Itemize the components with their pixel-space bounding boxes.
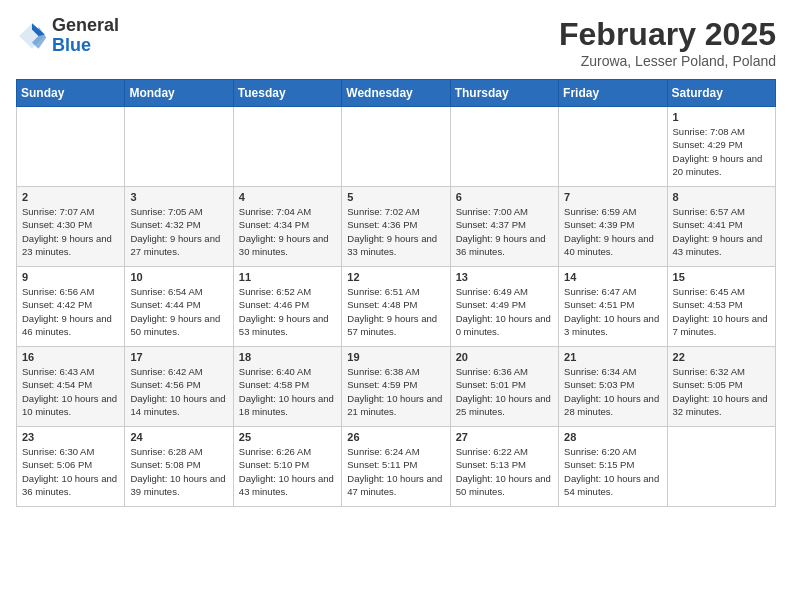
day-number: 25 (239, 431, 336, 443)
calendar-cell: 12Sunrise: 6:51 AM Sunset: 4:48 PM Dayli… (342, 267, 450, 347)
day-info: Sunrise: 6:51 AM Sunset: 4:48 PM Dayligh… (347, 285, 444, 338)
weekday-header: Friday (559, 80, 667, 107)
day-number: 20 (456, 351, 553, 363)
calendar-cell: 13Sunrise: 6:49 AM Sunset: 4:49 PM Dayli… (450, 267, 558, 347)
calendar-cell: 16Sunrise: 6:43 AM Sunset: 4:54 PM Dayli… (17, 347, 125, 427)
calendar-cell: 20Sunrise: 6:36 AM Sunset: 5:01 PM Dayli… (450, 347, 558, 427)
day-info: Sunrise: 6:22 AM Sunset: 5:13 PM Dayligh… (456, 445, 553, 498)
day-info: Sunrise: 6:40 AM Sunset: 4:58 PM Dayligh… (239, 365, 336, 418)
day-number: 8 (673, 191, 770, 203)
calendar-cell: 25Sunrise: 6:26 AM Sunset: 5:10 PM Dayli… (233, 427, 341, 507)
day-number: 3 (130, 191, 227, 203)
calendar-cell: 24Sunrise: 6:28 AM Sunset: 5:08 PM Dayli… (125, 427, 233, 507)
weekday-header: Saturday (667, 80, 775, 107)
day-number: 11 (239, 271, 336, 283)
calendar-cell (450, 107, 558, 187)
day-number: 9 (22, 271, 119, 283)
day-number: 6 (456, 191, 553, 203)
calendar-week-row: 2Sunrise: 7:07 AM Sunset: 4:30 PM Daylig… (17, 187, 776, 267)
title-block: February 2025 Zurowa, Lesser Poland, Pol… (559, 16, 776, 69)
day-number: 2 (22, 191, 119, 203)
month-year: February 2025 (559, 16, 776, 53)
day-info: Sunrise: 6:59 AM Sunset: 4:39 PM Dayligh… (564, 205, 661, 258)
calendar-cell: 7Sunrise: 6:59 AM Sunset: 4:39 PM Daylig… (559, 187, 667, 267)
day-info: Sunrise: 6:54 AM Sunset: 4:44 PM Dayligh… (130, 285, 227, 338)
day-number: 16 (22, 351, 119, 363)
day-info: Sunrise: 6:26 AM Sunset: 5:10 PM Dayligh… (239, 445, 336, 498)
calendar-cell: 21Sunrise: 6:34 AM Sunset: 5:03 PM Dayli… (559, 347, 667, 427)
calendar-cell: 5Sunrise: 7:02 AM Sunset: 4:36 PM Daylig… (342, 187, 450, 267)
day-info: Sunrise: 7:08 AM Sunset: 4:29 PM Dayligh… (673, 125, 770, 178)
day-number: 28 (564, 431, 661, 443)
day-info: Sunrise: 6:42 AM Sunset: 4:56 PM Dayligh… (130, 365, 227, 418)
calendar-cell: 17Sunrise: 6:42 AM Sunset: 4:56 PM Dayli… (125, 347, 233, 427)
calendar-cell: 14Sunrise: 6:47 AM Sunset: 4:51 PM Dayli… (559, 267, 667, 347)
calendar-week-row: 9Sunrise: 6:56 AM Sunset: 4:42 PM Daylig… (17, 267, 776, 347)
weekday-header: Monday (125, 80, 233, 107)
day-number: 24 (130, 431, 227, 443)
day-number: 23 (22, 431, 119, 443)
calendar-cell (559, 107, 667, 187)
day-number: 27 (456, 431, 553, 443)
day-number: 12 (347, 271, 444, 283)
day-info: Sunrise: 6:45 AM Sunset: 4:53 PM Dayligh… (673, 285, 770, 338)
day-number: 19 (347, 351, 444, 363)
calendar-cell: 9Sunrise: 6:56 AM Sunset: 4:42 PM Daylig… (17, 267, 125, 347)
day-info: Sunrise: 6:47 AM Sunset: 4:51 PM Dayligh… (564, 285, 661, 338)
day-info: Sunrise: 6:56 AM Sunset: 4:42 PM Dayligh… (22, 285, 119, 338)
calendar-table: SundayMondayTuesdayWednesdayThursdayFrid… (16, 79, 776, 507)
calendar-cell: 15Sunrise: 6:45 AM Sunset: 4:53 PM Dayli… (667, 267, 775, 347)
day-info: Sunrise: 7:00 AM Sunset: 4:37 PM Dayligh… (456, 205, 553, 258)
calendar-cell: 19Sunrise: 6:38 AM Sunset: 4:59 PM Dayli… (342, 347, 450, 427)
calendar-cell (667, 427, 775, 507)
day-info: Sunrise: 6:38 AM Sunset: 4:59 PM Dayligh… (347, 365, 444, 418)
day-number: 21 (564, 351, 661, 363)
calendar-cell: 22Sunrise: 6:32 AM Sunset: 5:05 PM Dayli… (667, 347, 775, 427)
calendar-cell: 4Sunrise: 7:04 AM Sunset: 4:34 PM Daylig… (233, 187, 341, 267)
day-number: 15 (673, 271, 770, 283)
logo: General Blue (16, 16, 119, 56)
day-number: 22 (673, 351, 770, 363)
day-number: 13 (456, 271, 553, 283)
calendar-cell: 23Sunrise: 6:30 AM Sunset: 5:06 PM Dayli… (17, 427, 125, 507)
calendar-cell: 11Sunrise: 6:52 AM Sunset: 4:46 PM Dayli… (233, 267, 341, 347)
calendar-header-row: SundayMondayTuesdayWednesdayThursdayFrid… (17, 80, 776, 107)
calendar-cell (233, 107, 341, 187)
weekday-header: Thursday (450, 80, 558, 107)
calendar-cell: 28Sunrise: 6:20 AM Sunset: 5:15 PM Dayli… (559, 427, 667, 507)
calendar-week-row: 1Sunrise: 7:08 AM Sunset: 4:29 PM Daylig… (17, 107, 776, 187)
day-info: Sunrise: 6:43 AM Sunset: 4:54 PM Dayligh… (22, 365, 119, 418)
calendar-cell (125, 107, 233, 187)
day-info: Sunrise: 6:52 AM Sunset: 4:46 PM Dayligh… (239, 285, 336, 338)
day-info: Sunrise: 6:49 AM Sunset: 4:49 PM Dayligh… (456, 285, 553, 338)
day-number: 18 (239, 351, 336, 363)
calendar-cell: 2Sunrise: 7:07 AM Sunset: 4:30 PM Daylig… (17, 187, 125, 267)
calendar-cell: 6Sunrise: 7:00 AM Sunset: 4:37 PM Daylig… (450, 187, 558, 267)
weekday-header: Wednesday (342, 80, 450, 107)
calendar-cell: 10Sunrise: 6:54 AM Sunset: 4:44 PM Dayli… (125, 267, 233, 347)
calendar-cell: 27Sunrise: 6:22 AM Sunset: 5:13 PM Dayli… (450, 427, 558, 507)
day-info: Sunrise: 6:57 AM Sunset: 4:41 PM Dayligh… (673, 205, 770, 258)
day-info: Sunrise: 7:04 AM Sunset: 4:34 PM Dayligh… (239, 205, 336, 258)
location: Zurowa, Lesser Poland, Poland (559, 53, 776, 69)
day-info: Sunrise: 6:34 AM Sunset: 5:03 PM Dayligh… (564, 365, 661, 418)
day-info: Sunrise: 6:30 AM Sunset: 5:06 PM Dayligh… (22, 445, 119, 498)
calendar-cell: 8Sunrise: 6:57 AM Sunset: 4:41 PM Daylig… (667, 187, 775, 267)
day-info: Sunrise: 6:20 AM Sunset: 5:15 PM Dayligh… (564, 445, 661, 498)
day-number: 1 (673, 111, 770, 123)
day-number: 17 (130, 351, 227, 363)
calendar-week-row: 16Sunrise: 6:43 AM Sunset: 4:54 PM Dayli… (17, 347, 776, 427)
day-number: 10 (130, 271, 227, 283)
calendar-cell: 18Sunrise: 6:40 AM Sunset: 4:58 PM Dayli… (233, 347, 341, 427)
logo-icon (16, 20, 48, 52)
day-info: Sunrise: 6:24 AM Sunset: 5:11 PM Dayligh… (347, 445, 444, 498)
day-number: 7 (564, 191, 661, 203)
day-info: Sunrise: 7:02 AM Sunset: 4:36 PM Dayligh… (347, 205, 444, 258)
day-info: Sunrise: 7:07 AM Sunset: 4:30 PM Dayligh… (22, 205, 119, 258)
calendar-cell: 26Sunrise: 6:24 AM Sunset: 5:11 PM Dayli… (342, 427, 450, 507)
day-info: Sunrise: 6:32 AM Sunset: 5:05 PM Dayligh… (673, 365, 770, 418)
logo-text: General Blue (52, 16, 119, 56)
page-header: General Blue February 2025 Zurowa, Lesse… (16, 16, 776, 69)
day-info: Sunrise: 7:05 AM Sunset: 4:32 PM Dayligh… (130, 205, 227, 258)
calendar-cell (342, 107, 450, 187)
